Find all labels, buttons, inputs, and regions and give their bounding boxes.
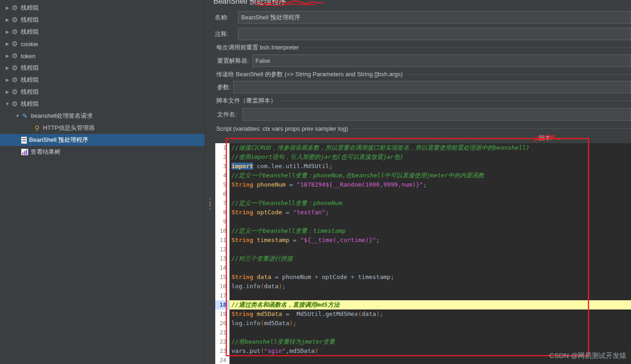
code-line (231, 189, 631, 199)
reset-interpreter-input[interactable] (252, 55, 631, 67)
tree-item-label: HTTP信息头管理器 (43, 124, 95, 132)
line-number: 6 (215, 189, 229, 199)
filename-input[interactable] (243, 108, 631, 121)
tree-item[interactable]: ▶⚙线程组 (0, 14, 205, 26)
code-line: log.info(md5Data); (231, 319, 631, 328)
code-line (231, 328, 631, 337)
beanshell-preprocessor-panel: BeanShell 预处理程序 名称: 注释: 每次调用前重置 bsh.Inte… (212, 0, 631, 364)
code-line: //定义一个beanshell变量：phoneNum (231, 199, 631, 208)
tree-item[interactable]: ▶⚙线程组 (0, 26, 205, 38)
line-number: 7 (215, 199, 229, 208)
line-number: 8 (215, 208, 229, 217)
editor-code[interactable]: //做接口CRUD，传参很容易多数，所以需要在调用接口前实现签名，所以需要使用前… (230, 143, 631, 364)
code-line (231, 291, 631, 300)
tree-item[interactable]: ▶⚙token (0, 50, 205, 62)
csdn-watermark: CSDN @网易测试开发猿 (549, 352, 626, 360)
chart-icon (21, 149, 28, 155)
tree-item-label: BeanShell 预处理程序 (29, 136, 88, 144)
parameters-section-title: 传递给 BeanShell 的参数 (=> String Parameters … (216, 71, 631, 78)
gear-icon: ⚙ (11, 28, 18, 36)
gear-icon: ⚙ (11, 16, 18, 24)
code-line: String timestamp = "${__time(,curtime)}"… (231, 236, 631, 245)
gear-icon: ⚙ (11, 64, 18, 72)
tree-item[interactable]: ▶⚙线程组 (0, 62, 205, 74)
gear-icon: ⚙ (11, 4, 18, 12)
tree-item[interactable]: ▶⚙cookie (0, 38, 205, 50)
comment-input[interactable] (238, 28, 631, 40)
line-number: 12 (215, 245, 229, 254)
line-number: 17 (215, 291, 229, 300)
script-editor: 123456789101112131415161718192021222324 … (215, 143, 631, 364)
code-line (231, 263, 631, 273)
parameters-input[interactable] (233, 81, 631, 93)
code-line (231, 217, 631, 226)
chevron-down-icon[interactable]: ▼ (14, 114, 21, 118)
wrench-icon: ⚲ (33, 124, 41, 132)
code-line: log.info(data); (231, 282, 631, 291)
gear-icon: ⚙ (11, 76, 18, 84)
tree-item[interactable]: 查看结果树 (0, 146, 205, 158)
filename-label: 文件名: (217, 110, 237, 119)
code-line: import com.lee.util.Md5Util; (231, 162, 631, 171)
line-number: 4 (215, 171, 229, 180)
jmeter-window: ▶⚙线程组▶⚙线程组▶⚙线程组▶⚙cookie▶⚙token▶⚙线程组▶⚙线程组… (0, 0, 631, 364)
chevron-right-icon[interactable]: ▶ (4, 90, 11, 94)
code-line: //使用import语句，引入加密的jar包(也可以直接放置jar包) (231, 152, 631, 162)
tree-item[interactable]: ▶⚙线程组 (0, 74, 205, 86)
tree-item-label: cookie (21, 41, 38, 48)
tree-item[interactable]: BeanShell 预处理程序 (0, 134, 205, 146)
line-number: 5 (215, 180, 229, 189)
tree-item[interactable]: ▼⚙线程组 (0, 98, 205, 110)
code-line: //通过类名和函数名，直接调用md5方法 (230, 300, 631, 309)
script-file-section-title: 脚本文件（覆盖脚本） (216, 97, 631, 104)
chevron-right-icon[interactable]: ▶ (4, 6, 11, 10)
line-number: 24 (215, 356, 229, 364)
code-line: //定义一个beanshell变量：phoneNum,在beanshell中可以… (231, 171, 631, 180)
chevron-right-icon[interactable]: ▶ (4, 42, 11, 46)
line-number: 20 (215, 319, 229, 328)
editor-gutter: 123456789101112131415161718192021222324 (215, 143, 230, 364)
tree-item-label: beanshell处理签名请求 (31, 112, 93, 120)
line-number: 11 (215, 236, 229, 245)
tree-item-label: 线程组 (21, 28, 39, 36)
chevron-right-icon[interactable]: ▶ (4, 30, 11, 34)
line-number: 1 (215, 143, 229, 152)
code-line: String phoneNum = "1878294${__Random(100… (231, 180, 631, 189)
tree-item[interactable]: ▼✎beanshell处理签名请求 (0, 110, 205, 122)
code-line: //做接口CRUD，传参很容易多数，所以需要在调用接口前实现签名，所以需要使用前… (231, 143, 631, 152)
line-number: 18 (215, 300, 229, 309)
comment-label: 注释: (215, 30, 229, 38)
reset-interpreter-label: 重置解释器: (217, 57, 249, 65)
tree-item[interactable]: ▶⚙线程组 (0, 86, 205, 98)
tree-item[interactable]: ▶⚙线程组 (0, 2, 205, 14)
chevron-right-icon[interactable]: ▶ (4, 66, 11, 70)
line-number: 15 (215, 273, 229, 282)
beanshell-icon (21, 137, 27, 144)
tree-item-label: 线程组 (21, 88, 39, 96)
tree-item[interactable]: ⚲HTTP信息头管理器 (0, 122, 205, 134)
code-line: String md5Data = Md5Util.getMd5Hex(data)… (231, 309, 631, 319)
panel-splitter[interactable]: ⋮⋮ (205, 0, 212, 364)
tree-item-label: token (21, 53, 36, 60)
test-plan-tree: ▶⚙线程组▶⚙线程组▶⚙线程组▶⚙cookie▶⚙token▶⚙线程组▶⚙线程组… (0, 0, 205, 364)
chevron-right-icon[interactable]: ▶ (4, 54, 11, 58)
code-line: //对三个变量进行拼接 (231, 254, 631, 263)
tree-item-label: 线程组 (21, 76, 39, 84)
name-input[interactable] (238, 11, 631, 24)
line-number: 22 (215, 337, 229, 346)
script-label: 脚本: (539, 134, 552, 142)
code-line: //将beanshell变量转为jmeter变量 (231, 337, 631, 346)
tree-item-label: 线程组 (21, 4, 39, 12)
chevron-right-icon[interactable]: ▶ (4, 18, 11, 22)
line-number: 9 (215, 217, 229, 226)
line-number: 13 (215, 254, 229, 263)
gear-icon: ⚙ (11, 88, 18, 96)
code-line: String data = phoneNum + optCode + times… (231, 273, 631, 282)
tree-item-label: 线程组 (21, 16, 39, 24)
chevron-right-icon[interactable]: ▶ (4, 78, 11, 82)
gear-icon: ⚙ (11, 40, 18, 48)
line-number: 16 (215, 282, 229, 291)
line-number: 23 (215, 346, 229, 356)
chevron-down-icon[interactable]: ▼ (4, 102, 11, 106)
line-number: 2 (215, 152, 229, 162)
